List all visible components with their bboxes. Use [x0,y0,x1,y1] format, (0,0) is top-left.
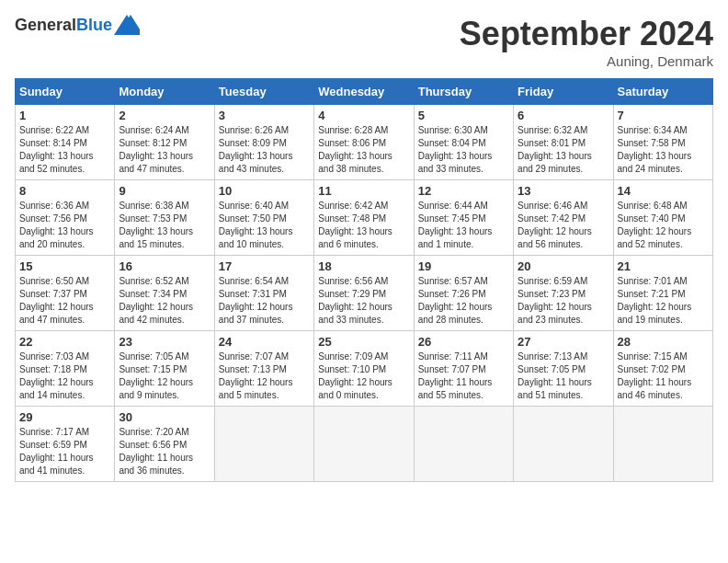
calendar-cell: 23Sunrise: 7:05 AMSunset: 7:15 PMDayligh… [115,331,214,407]
calendar-cell: 10Sunrise: 6:40 AMSunset: 7:50 PMDayligh… [214,180,313,256]
calendar-cell [214,407,313,482]
day-number: 12 [418,184,509,198]
day-number: 24 [219,335,310,349]
day-number: 20 [518,259,609,273]
calendar-week-3: 15Sunrise: 6:50 AMSunset: 7:37 PMDayligh… [16,256,713,331]
day-info: Sunrise: 7:15 AMSunset: 7:02 PMDaylight:… [618,350,709,402]
day-info: Sunrise: 6:44 AMSunset: 7:45 PMDaylight:… [418,200,509,251]
day-number: 29 [19,410,110,424]
day-number: 15 [19,259,110,273]
calendar-cell [514,407,613,482]
calendar-table: SundayMondayTuesdayWednesdayThursdayFrid… [15,78,713,482]
calendar-cell: 2Sunrise: 6:24 AMSunset: 8:12 PMDaylight… [115,105,214,180]
calendar-cell: 18Sunrise: 6:56 AMSunset: 7:29 PMDayligh… [314,256,414,331]
calendar-cell: 1Sunrise: 6:22 AMSunset: 8:14 PMDaylight… [16,105,115,180]
day-number: 8 [19,184,110,198]
day-info: Sunrise: 6:32 AMSunset: 8:01 PMDaylight:… [518,124,609,176]
day-number: 10 [219,184,310,198]
day-info: Sunrise: 6:38 AMSunset: 7:53 PMDaylight:… [119,200,210,251]
calendar-cell [613,407,712,482]
day-info: Sunrise: 6:30 AMSunset: 8:04 PMDaylight:… [418,124,509,176]
day-info: Sunrise: 7:01 AMSunset: 7:21 PMDaylight:… [618,275,709,327]
column-header-saturday: Saturday [613,79,712,105]
calendar-cell: 24Sunrise: 7:07 AMSunset: 7:13 PMDayligh… [214,331,313,407]
day-number: 28 [618,335,709,349]
day-info: Sunrise: 6:48 AMSunset: 7:40 PMDaylight:… [618,200,709,251]
day-number: 30 [119,410,210,424]
calendar-week-2: 8Sunrise: 6:36 AMSunset: 7:56 PMDaylight… [16,180,713,256]
calendar-header-row: SundayMondayTuesdayWednesdayThursdayFrid… [16,79,713,105]
day-info: Sunrise: 6:46 AMSunset: 7:42 PMDaylight:… [518,200,609,251]
column-header-wednesday: Wednesday [314,79,414,105]
day-info: Sunrise: 6:34 AMSunset: 7:58 PMDaylight:… [618,124,709,176]
calendar-cell: 3Sunrise: 6:26 AMSunset: 8:09 PMDaylight… [214,105,313,180]
day-info: Sunrise: 6:56 AMSunset: 7:29 PMDaylight:… [318,275,409,327]
day-number: 19 [418,259,509,273]
day-number: 14 [618,184,709,198]
day-info: Sunrise: 6:50 AMSunset: 7:37 PMDaylight:… [19,275,110,327]
calendar-cell: 15Sunrise: 6:50 AMSunset: 7:37 PMDayligh… [16,256,115,331]
calendar-cell: 26Sunrise: 7:11 AMSunset: 7:07 PMDayligh… [414,331,513,407]
day-number: 3 [219,109,310,122]
day-number: 25 [318,335,409,349]
calendar-cell: 29Sunrise: 7:17 AMSunset: 6:59 PMDayligh… [16,407,115,482]
calendar-cell [314,407,414,482]
calendar-week-5: 29Sunrise: 7:17 AMSunset: 6:59 PMDayligh… [16,407,713,482]
calendar-cell: 20Sunrise: 6:59 AMSunset: 7:23 PMDayligh… [514,256,613,331]
month-title: September 2024 [460,15,713,53]
day-number: 27 [518,335,609,349]
day-info: Sunrise: 6:22 AMSunset: 8:14 PMDaylight:… [19,124,110,176]
day-info: Sunrise: 6:57 AMSunset: 7:26 PMDaylight:… [418,275,509,327]
day-number: 11 [318,184,409,198]
calendar-cell: 21Sunrise: 7:01 AMSunset: 7:21 PMDayligh… [613,256,712,331]
calendar-cell: 17Sunrise: 6:54 AMSunset: 7:31 PMDayligh… [214,256,313,331]
day-info: Sunrise: 6:54 AMSunset: 7:31 PMDaylight:… [219,275,310,327]
logo: GeneralBlue [15,15,140,35]
day-info: Sunrise: 7:11 AMSunset: 7:07 PMDaylight:… [418,350,509,402]
calendar-week-1: 1Sunrise: 6:22 AMSunset: 8:14 PMDaylight… [16,105,713,180]
day-number: 23 [119,335,210,349]
day-info: Sunrise: 6:42 AMSunset: 7:48 PMDaylight:… [318,200,409,251]
day-number: 18 [318,259,409,273]
page-header: GeneralBlue September 2024 Auning, Denma… [15,15,713,69]
calendar-cell [414,407,513,482]
day-number: 13 [518,184,609,198]
logo-general: General [15,16,76,34]
day-info: Sunrise: 7:05 AMSunset: 7:15 PMDaylight:… [119,350,210,402]
calendar-cell: 22Sunrise: 7:03 AMSunset: 7:18 PMDayligh… [16,331,115,407]
day-info: Sunrise: 7:07 AMSunset: 7:13 PMDaylight:… [219,350,310,402]
logo-text: GeneralBlue [15,16,112,35]
day-info: Sunrise: 6:36 AMSunset: 7:56 PMDaylight:… [19,200,110,251]
logo-blue: Blue [76,16,112,34]
calendar-cell: 11Sunrise: 6:42 AMSunset: 7:48 PMDayligh… [314,180,414,256]
title-block: September 2024 Auning, Denmark [460,15,713,69]
day-number: 22 [19,335,110,349]
day-number: 1 [19,109,110,122]
day-number: 2 [119,109,210,122]
column-header-friday: Friday [514,79,613,105]
calendar-cell: 9Sunrise: 6:38 AMSunset: 7:53 PMDaylight… [115,180,214,256]
calendar-cell: 5Sunrise: 6:30 AMSunset: 8:04 PMDaylight… [414,105,513,180]
day-info: Sunrise: 6:40 AMSunset: 7:50 PMDaylight:… [219,200,310,251]
day-info: Sunrise: 6:59 AMSunset: 7:23 PMDaylight:… [518,275,609,327]
day-number: 21 [618,259,709,273]
calendar-cell: 6Sunrise: 6:32 AMSunset: 8:01 PMDaylight… [514,105,613,180]
calendar-cell: 7Sunrise: 6:34 AMSunset: 7:58 PMDaylight… [613,105,712,180]
day-number: 17 [219,259,310,273]
calendar-cell: 8Sunrise: 6:36 AMSunset: 7:56 PMDaylight… [16,180,115,256]
day-number: 5 [418,109,509,122]
day-number: 6 [518,109,609,122]
calendar-cell: 13Sunrise: 6:46 AMSunset: 7:42 PMDayligh… [514,180,613,256]
calendar-cell: 12Sunrise: 6:44 AMSunset: 7:45 PMDayligh… [414,180,513,256]
calendar-cell: 4Sunrise: 6:28 AMSunset: 8:06 PMDaylight… [314,105,414,180]
calendar-cell: 14Sunrise: 6:48 AMSunset: 7:40 PMDayligh… [613,180,712,256]
calendar-cell: 28Sunrise: 7:15 AMSunset: 7:02 PMDayligh… [613,331,712,407]
day-number: 4 [318,109,409,122]
day-info: Sunrise: 7:17 AMSunset: 6:59 PMDaylight:… [19,426,110,477]
day-number: 7 [618,109,709,122]
calendar-cell: 30Sunrise: 7:20 AMSunset: 6:56 PMDayligh… [115,407,214,482]
day-info: Sunrise: 7:03 AMSunset: 7:18 PMDaylight:… [19,350,110,402]
calendar-cell: 25Sunrise: 7:09 AMSunset: 7:10 PMDayligh… [314,331,414,407]
day-info: Sunrise: 6:24 AMSunset: 8:12 PMDaylight:… [119,124,210,176]
day-info: Sunrise: 7:09 AMSunset: 7:10 PMDaylight:… [318,350,409,402]
